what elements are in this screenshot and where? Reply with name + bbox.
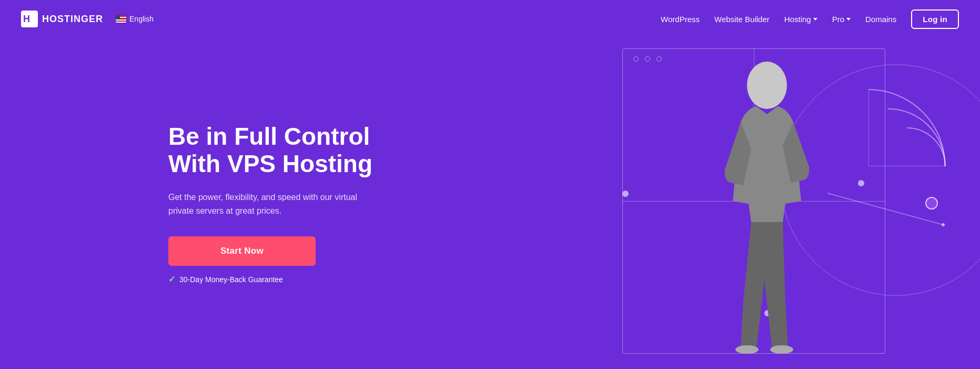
- nav-link-website-builder[interactable]: Website Builder: [714, 15, 770, 24]
- guarantee-text: 30-Day Money-Back Guarantee: [179, 275, 283, 284]
- hero-content: Be in Full Control With VPS Hosting Get …: [168, 123, 389, 285]
- hero-section: Be in Full Control With VPS Hosting Get …: [0, 38, 980, 369]
- svg-point-5: [735, 345, 759, 354]
- logo[interactable]: H HOSTINGER: [21, 11, 103, 27]
- navbar: H HOSTINGER English WordPress Website Bu…: [0, 0, 980, 38]
- guarantee-badge: ✓ 30-Day Money-Back Guarantee: [168, 274, 389, 284]
- pro-chevron-icon: [846, 18, 851, 21]
- hosting-chevron-icon: [813, 18, 817, 21]
- hero-visual: [601, 38, 980, 369]
- nav-link-hosting[interactable]: Hosting: [784, 15, 817, 24]
- nav-link-wordpress[interactable]: WordPress: [661, 15, 700, 24]
- language-selector[interactable]: English: [116, 15, 154, 23]
- nav-right: WordPress Website Builder Hosting Pro Do…: [661, 9, 959, 29]
- start-now-button[interactable]: Start Now: [168, 236, 316, 266]
- nav-left: H HOSTINGER English: [21, 11, 661, 27]
- svg-point-4: [747, 62, 787, 109]
- check-icon: ✓: [168, 274, 175, 284]
- nav-link-domains[interactable]: Domains: [865, 15, 896, 24]
- svg-point-6: [770, 345, 793, 354]
- hero-subtitle: Get the power, flexibility, and speed wi…: [168, 191, 358, 217]
- hero-title: Be in Full Control With VPS Hosting: [168, 123, 389, 178]
- nav-link-pro[interactable]: Pro: [832, 15, 851, 24]
- svg-point-3: [942, 223, 945, 226]
- language-label: English: [129, 15, 154, 23]
- login-button[interactable]: Log in: [911, 9, 959, 29]
- svg-text:H: H: [23, 14, 30, 24]
- flag-icon: [116, 15, 126, 23]
- svg-line-2: [827, 193, 943, 225]
- person-figure: [704, 54, 830, 354]
- brand-name: HOSTINGER: [42, 14, 103, 25]
- hostinger-logo-icon: H: [21, 11, 38, 27]
